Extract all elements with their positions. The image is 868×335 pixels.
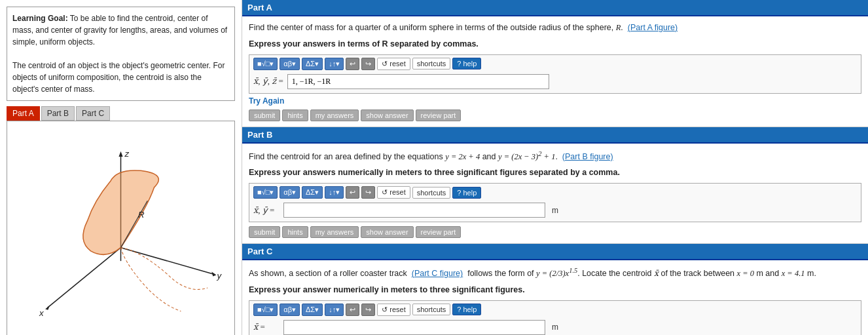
part-c-header: Part C <box>242 244 868 260</box>
part-a-hints-btn[interactable]: hints <box>282 109 308 121</box>
part-a-answer-row: x̄, ȳ, z̄ = <box>253 73 857 90</box>
part-b-express-label: Express your answers numerically in mete… <box>249 167 861 179</box>
part-b-answer-label: x̄, ȳ = <box>253 205 280 216</box>
tab-part-b[interactable]: Part B <box>41 106 75 121</box>
part-b-review-part-btn[interactable]: review part <box>416 226 461 238</box>
part-b-delta-btn[interactable]: ΔΣ▾ <box>302 186 323 199</box>
part-b-arrow-btn[interactable]: ↓↑▾ <box>325 186 344 199</box>
part-b-show-answer-btn[interactable]: show answer <box>361 226 413 238</box>
part-a-delta-btn[interactable]: ΔΣ▾ <box>302 58 323 70</box>
svg-marker-4 <box>211 271 216 276</box>
part-b-redo-btn[interactable]: ↪ <box>361 186 375 199</box>
part-a-review-part-btn[interactable]: review part <box>416 109 461 121</box>
part-c-redo-btn[interactable]: ↪ <box>361 304 375 316</box>
part-a-show-answer-btn[interactable]: show answer <box>361 109 413 121</box>
right-panel: Part A Find the center of mass for a qua… <box>242 0 868 335</box>
svg-marker-1 <box>118 151 122 157</box>
part-a-sqrt-btn[interactable]: ■√□▾ <box>253 58 278 70</box>
tab-part-a[interactable]: Part A <box>7 106 40 121</box>
part-b-submit-btn[interactable]: submit <box>249 226 280 238</box>
part-c-express-label: Express your answer numerically in meter… <box>249 284 861 296</box>
part-b-help-btn[interactable]: ? help <box>452 187 481 199</box>
part-c-section: Part C As shown, a section of a roller c… <box>242 244 868 335</box>
tab-part-c[interactable]: Part C <box>76 106 110 121</box>
part-a-action-row: submit hints my answers show answer revi… <box>249 109 861 121</box>
part-a-answer-label: x̄, ȳ, z̄ = <box>253 76 283 87</box>
part-b-hints-btn[interactable]: hints <box>282 226 308 238</box>
part-a-alpha-btn[interactable]: αβ▾ <box>280 58 300 70</box>
part-tabs: Part A Part B Part C <box>7 106 235 121</box>
part-c-input-box: ■√□▾ αβ▾ ΔΣ▾ ↓↑▾ ↩ ↪ ↺ reset shortcuts ?… <box>249 300 861 335</box>
learning-goal-box: Learning Goal: To be able to find the ce… <box>7 7 235 101</box>
part-b-my-answers-btn[interactable]: my answers <box>310 226 359 238</box>
part-c-description: As shown, a section of a roller coaster … <box>249 266 861 280</box>
part-b-unit: m <box>552 206 558 215</box>
part-c-answer-row: x̄ = m <box>253 319 857 335</box>
part-b-action-row: submit hints my answers show answer revi… <box>249 226 861 238</box>
part-b-answer-input[interactable] <box>283 203 545 218</box>
part-c-shortcuts-btn[interactable]: shortcuts <box>412 304 451 315</box>
part-c-undo-btn[interactable]: ↩ <box>346 304 359 316</box>
part-c-sqrt-btn[interactable]: ■√□▾ <box>253 304 278 316</box>
diagram-svg: z y x R <box>7 121 234 335</box>
learning-goal-label: Learning Goal: <box>12 14 68 23</box>
svg-text:R: R <box>138 210 145 220</box>
svg-text:x: x <box>39 308 45 318</box>
part-a-try-again[interactable]: Try Again <box>249 96 861 106</box>
part-a-description: Find the center of mass for a quarter of… <box>249 22 861 34</box>
part-c-toolbar: ■√□▾ αβ▾ ΔΣ▾ ↓↑▾ ↩ ↪ ↺ reset shortcuts ?… <box>253 304 857 316</box>
part-a-input-box: ■√□▾ αβ▾ ΔΣ▾ ↓↑▾ ↩ ↪ ↺ reset shortcuts ?… <box>249 54 861 94</box>
part-c-body: As shown, a section of a roller coaster … <box>242 260 868 335</box>
part-b-answer-row: x̄, ȳ = m <box>253 201 857 219</box>
part-c-figure-link[interactable]: (Part C figure) <box>412 269 463 278</box>
part-b-figure-link[interactable]: (Part B figure) <box>562 152 613 161</box>
part-a-arrow-btn[interactable]: ↓↑▾ <box>325 58 344 70</box>
svg-text:z: z <box>124 149 130 159</box>
part-a-answer-input[interactable] <box>287 74 549 89</box>
part-c-reset-btn[interactable]: ↺ reset <box>377 304 410 316</box>
part-a-express-label: Express your answers in terms of R separ… <box>249 38 861 50</box>
svg-line-6 <box>47 248 120 308</box>
part-b-shortcuts-btn[interactable]: shortcuts <box>412 187 451 199</box>
part-b-sqrt-btn[interactable]: ■√□▾ <box>253 186 278 199</box>
part-c-unit: m <box>552 323 558 332</box>
diagram-area: z y x R <box>7 121 235 335</box>
part-a-toolbar: ■√□▾ αβ▾ ΔΣ▾ ↓↑▾ ↩ ↪ ↺ reset shortcuts ?… <box>253 58 857 70</box>
left-panel: Learning Goal: To be able to find the ce… <box>0 0 242 335</box>
part-b-description: Find the centroid for an area defined by… <box>249 149 861 163</box>
part-b-alpha-btn[interactable]: αβ▾ <box>280 186 300 199</box>
part-b-reset-btn[interactable]: ↺ reset <box>377 186 410 199</box>
part-b-toolbar: ■√□▾ αβ▾ ΔΣ▾ ↓↑▾ ↩ ↪ ↺ reset shortcuts ?… <box>253 186 857 199</box>
part-a-help-btn[interactable]: ? help <box>452 58 481 69</box>
svg-marker-7 <box>45 305 50 309</box>
svg-text:y: y <box>216 271 222 281</box>
part-a-my-answers-btn[interactable]: my answers <box>310 109 359 121</box>
part-a-body: Find the center of mass for a quarter of… <box>242 16 868 127</box>
svg-line-3 <box>121 248 215 275</box>
part-c-delta-btn[interactable]: ΔΣ▾ <box>302 304 323 316</box>
part-a-header: Part A <box>242 0 868 16</box>
part-b-section: Part B Find the centroid for an area def… <box>242 127 868 245</box>
part-b-body: Find the centroid for an area defined by… <box>242 144 868 244</box>
part-a-undo-btn[interactable]: ↩ <box>346 58 359 70</box>
part-c-alpha-btn[interactable]: αβ▾ <box>280 304 300 316</box>
part-c-help-btn[interactable]: ? help <box>452 304 481 315</box>
part-a-figure-link[interactable]: (Part A figure) <box>628 23 678 32</box>
part-b-undo-btn[interactable]: ↩ <box>346 186 359 199</box>
part-c-answer-input[interactable] <box>283 320 545 335</box>
part-a-section: Part A Find the center of mass for a qua… <box>242 0 868 127</box>
part-a-submit-btn[interactable]: submit <box>249 109 280 121</box>
part-a-redo-btn[interactable]: ↪ <box>361 58 375 70</box>
part-b-header: Part B <box>242 127 868 144</box>
learning-goal-text2: The centroid of an object is the object'… <box>12 60 229 95</box>
part-a-shortcuts-btn[interactable]: shortcuts <box>412 58 451 69</box>
part-c-arrow-btn[interactable]: ↓↑▾ <box>325 304 344 316</box>
part-c-answer-label: x̄ = <box>253 322 280 332</box>
part-a-reset-btn[interactable]: ↺ reset <box>377 58 410 70</box>
part-b-input-box: ■√□▾ αβ▾ ΔΣ▾ ↓↑▾ ↩ ↪ ↺ reset shortcuts ?… <box>249 183 861 222</box>
